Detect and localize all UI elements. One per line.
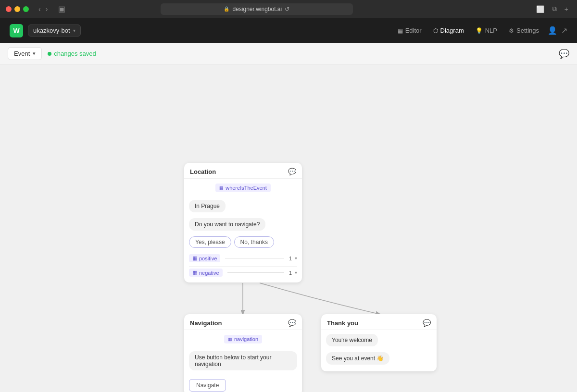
url-text: designer.wingbot.ai [232,6,282,12]
changes-saved-text: changes saved [54,50,96,57]
nav-diagram-label: Diagram [440,27,464,34]
header-nav: ▦ Editor ⬡ Diagram 💡 NLP ⚙ Settings [393,24,544,37]
navigate-button[interactable]: Navigate [189,379,226,392]
location-title: Location [190,168,216,175]
url-bar: 🔒 designer.wingbot.ai ↺ [161,3,353,15]
location-node: Location 💬 ▦ whereIsTheEvent In Prague D… [184,163,302,282]
bot-dropdown-chevron: ▾ [73,28,75,33]
toolbar-right: 💬 [559,49,569,59]
choice-no-thanks[interactable]: No, thanks [234,236,274,248]
nav-nlp-label: NLP [485,27,497,34]
positive-intent-tag: ▦ positive [189,254,220,262]
location-choices: Yes, please No, thanks [189,236,297,248]
location-intent-badge: ▦ whereIsTheEvent [215,184,271,192]
negative-chevron[interactable]: ▾ [295,270,297,275]
thankyou-comment-icon[interactable]: 💬 [423,319,431,327]
nav-settings-label: Settings [516,27,539,34]
event-label: Event [14,50,30,57]
thankyou-node-header: Thank you 💬 [321,314,437,330]
event-selector[interactable]: Event ▾ [8,47,42,60]
nav-editor-label: Editor [405,27,422,34]
tab-actions: ⬜ ⧉ + [533,4,571,14]
thankyou-node: Thank you 💬 You're welcome See you at ev… [321,314,437,371]
title-bar: ‹ › ▣ 🔒 designer.wingbot.ai ↺ ⬜ ⧉ + [0,0,577,18]
negative-connector [227,272,284,273]
location-msg-1: In Prague [189,200,226,212]
chat-button[interactable]: 💬 [559,49,569,59]
sidebar-toggle[interactable]: ▣ [55,3,68,14]
navigation-node-content: ▦ navigation Use button below to start y… [184,330,302,392]
negative-icon: ▦ [192,270,197,276]
thankyou-msg-1: You're welcome [326,334,378,346]
positive-value: 1 [289,256,292,261]
maximize-button[interactable] [23,6,29,12]
bot-selector[interactable]: ukazkovy-bot ▾ [28,24,81,37]
editor-icon: ▦ [398,27,403,34]
location-msg-2: Do you want to navigate? [189,218,265,231]
minimize-button[interactable] [14,6,20,12]
brand: W ukazkovy-bot ▾ [10,24,81,37]
close-button[interactable] [6,6,12,12]
positive-icon: ▦ [192,255,197,261]
navigation-title: Navigation [190,319,222,327]
diagram-canvas[interactable]: Location 💬 ▦ whereIsTheEvent In Prague D… [0,64,577,392]
location-intent-label: whereIsTheEvent [226,185,267,191]
traffic-lights [6,6,29,12]
changes-saved-indicator: changes saved [48,50,96,57]
navigation-node-header: Navigation 💬 [184,314,302,330]
navigation-node: Navigation 💬 ▦ navigation Use button bel… [184,314,302,392]
split-tab-button[interactable]: ⧉ [549,4,560,14]
intent-grid-icon: ▦ [219,185,224,190]
brand-logo: W [10,24,23,37]
new-tab-button[interactable]: + [562,4,571,14]
choice-yes-please[interactable]: Yes, please [189,236,231,248]
lock-icon: 🔒 [224,6,229,12]
changes-dot [48,52,51,56]
location-node-header: Location 💬 [184,163,302,179]
negative-intent-tag: ▦ negative [189,269,223,277]
positive-label: positive [199,256,217,261]
nlp-icon: 💡 [476,27,483,34]
diagram-icon: ⬡ [433,27,438,34]
header-actions: 👤 ↗ [548,26,567,35]
share-tab-button[interactable]: ⬜ [533,4,547,14]
negative-label: negative [199,270,219,276]
back-arrow[interactable]: ‹ [37,4,43,14]
reload-icon[interactable]: ↺ [285,6,289,12]
forward-arrow[interactable]: › [44,4,50,14]
nav-item-editor[interactable]: ▦ Editor [393,24,426,37]
nav-item-nlp[interactable]: 💡 NLP [471,24,502,37]
user-button[interactable]: 👤 [548,26,557,35]
toolbar: Event ▾ changes saved 💬 [0,43,577,64]
intent-row-positive: ▦ positive 1 ▾ [189,252,297,264]
export-button[interactable]: ↗ [561,26,567,35]
thankyou-node-content: You're welcome See you at event 👋 [321,330,437,371]
nav-item-settings[interactable]: ⚙ Settings [504,24,544,37]
thankyou-title: Thank you [327,319,358,327]
nav-item-diagram[interactable]: ⬡ Diagram [428,24,469,37]
app-header: W ukazkovy-bot ▾ ▦ Editor ⬡ Diagram 💡 NL… [0,18,577,43]
navigation-comment-icon[interactable]: 💬 [288,319,296,327]
event-chevron-icon: ▾ [33,50,36,57]
nav-arrows: ‹ › [37,4,50,14]
navigation-intent-label: navigation [234,336,258,342]
navigation-msg-1: Use button below to start your navigatio… [189,351,297,370]
settings-icon: ⚙ [509,27,514,34]
bot-name: ukazkovy-bot [33,27,70,34]
intent-row-negative: ▦ negative 1 ▾ [189,266,297,279]
location-comment-icon[interactable]: 💬 [288,168,296,175]
negative-value: 1 [289,270,292,276]
nav-intent-grid-icon: ▦ [228,337,232,342]
location-node-content: ▦ whereIsTheEvent In Prague Do you want … [184,179,302,282]
positive-connector [225,258,284,258]
navigation-intent-badge: ▦ navigation [224,335,262,343]
positive-chevron[interactable]: ▾ [295,256,297,261]
thankyou-msg-2: See you at event 👋 [326,352,389,365]
